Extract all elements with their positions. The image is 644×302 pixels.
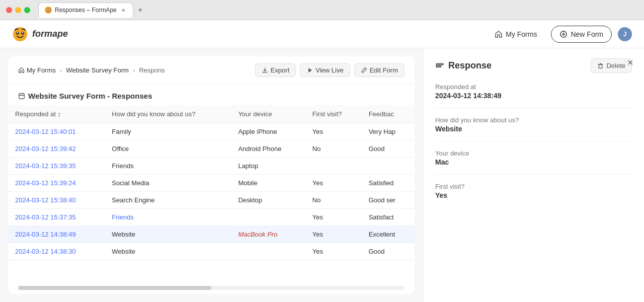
device-cell	[231, 243, 305, 260]
breadcrumb-sep-2: ›	[133, 66, 135, 74]
table-row[interactable]: 2024-03-12 15:39:42OfficeAndroid PhoneNo…	[8, 140, 415, 158]
tab-bar: 🐒 Responses – FormApe ✕ +	[38, 3, 638, 18]
divider-1	[435, 108, 632, 108]
device-cell: Android Phone	[231, 140, 305, 158]
table-row[interactable]: 2024-03-12 15:39:24Social MediaMobileYes…	[8, 175, 415, 192]
date-cell-link[interactable]: 2024-03-12 15:38:40	[15, 196, 76, 204]
date-cell-link[interactable]: 2024-03-12 15:40:01	[15, 128, 76, 135]
header: formape My Forms New Form J	[0, 20, 644, 48]
view-live-button[interactable]: View Live	[300, 63, 350, 77]
table-row[interactable]: 2024-03-12 14:38:30WebsiteYesGood	[8, 243, 415, 260]
left-panel: My Forms › Website Survey Form › Respons	[0, 48, 423, 302]
scrollbar-thumb[interactable]	[18, 286, 211, 290]
col-source: How did you know about us?	[105, 105, 231, 123]
new-tab-button[interactable]: +	[135, 5, 145, 15]
logo-icon	[12, 26, 28, 42]
app: formape My Forms New Form J	[0, 20, 644, 302]
col-device: Your device	[231, 105, 305, 123]
breadcrumb-sep-1: ›	[60, 66, 62, 74]
close-panel-button[interactable]: ✕	[624, 56, 636, 68]
first-visit-cell: Yes	[305, 226, 362, 243]
first-visit-cell	[305, 158, 362, 175]
svg-rect-12	[599, 64, 603, 68]
horizontal-scrollbar[interactable]	[18, 286, 405, 290]
header-actions: My Forms New Form J	[487, 26, 632, 43]
minimize-window-button[interactable]	[15, 7, 21, 13]
how-field: How did you know about us? Website	[435, 116, 632, 133]
tab-close-button[interactable]: ✕	[120, 7, 127, 14]
svg-rect-8	[19, 93, 25, 99]
table-row[interactable]: 2024-03-12 15:40:01FamilyApple iPhoneYes…	[8, 123, 415, 140]
breadcrumb-bar: My Forms › Website Survey Form › Respons	[8, 56, 415, 85]
svg-point-3	[17, 32, 18, 33]
content-card: My Forms › Website Survey Form › Respons	[8, 56, 415, 294]
table-row[interactable]: 2024-03-12 15:39:35FriendsLaptop	[8, 158, 415, 175]
svg-rect-10	[436, 63, 443, 64]
date-cell-link[interactable]: 2024-03-12 15:37:35	[15, 213, 76, 221]
device-cell: Desktop	[231, 192, 305, 209]
first-visit-cell: Yes	[305, 243, 362, 260]
how-label: How did you know about us?	[435, 116, 632, 124]
table-row[interactable]: 2024-03-12 15:38:40Search EngineDesktopN…	[8, 192, 415, 209]
main-content: My Forms › Website Survey Form › Respons	[0, 48, 644, 302]
view-live-icon	[306, 67, 313, 73]
new-form-button[interactable]: New Form	[551, 26, 612, 43]
breadcrumb-actions: Export View Live Edit Form	[255, 63, 405, 77]
device-cell: Mobile	[231, 175, 305, 192]
device-cell: MacBook Pro	[231, 226, 305, 243]
response-panel-header: Response Delete	[435, 58, 632, 73]
responded-at-label: Responded at	[435, 83, 632, 91]
date-cell-link[interactable]: 2024-03-12 15:39:35	[15, 162, 76, 170]
source-cell: Website	[105, 226, 231, 243]
first-visit-cell: Yes	[305, 209, 362, 226]
feedback-cell: Excellent	[362, 226, 415, 243]
date-cell-link[interactable]: 2024-03-12 14:38:49	[15, 231, 76, 238]
device-label: Your device	[435, 149, 632, 157]
plus-circle-icon	[559, 30, 568, 38]
table-row[interactable]: 2024-03-12 15:37:35FriendsYesSatisfact	[8, 209, 415, 226]
first-visit-label: First visit?	[435, 183, 632, 190]
date-cell-link[interactable]: 2024-03-12 15:39:24	[15, 179, 76, 187]
source-cell: Friends	[105, 158, 231, 175]
feedback-cell: Satisfact	[362, 209, 415, 226]
breadcrumb-home-link[interactable]: My Forms	[18, 66, 56, 74]
source-cell: Search Engine	[105, 192, 231, 209]
breadcrumb-form-link[interactable]: Website Survey Form	[66, 66, 129, 74]
first-visit-cell: Yes	[305, 175, 362, 192]
tab-favicon: 🐒	[45, 7, 52, 14]
source-cell: Friends	[105, 209, 231, 226]
responded-at-value: 2024-03-12 14:38:49	[435, 92, 632, 100]
source-cell: Social Media	[105, 175, 231, 192]
date-cell-link[interactable]: 2024-03-12 15:39:42	[15, 145, 76, 153]
avatar[interactable]: J	[618, 27, 632, 41]
logo-text: formape	[32, 29, 68, 39]
close-window-button[interactable]	[6, 7, 12, 13]
export-button[interactable]: Export	[255, 63, 296, 77]
first-visit-field: First visit? Yes	[435, 183, 632, 199]
feedback-cell: Very Hap	[362, 123, 415, 140]
response-panel-title: Response	[435, 60, 492, 71]
date-cell-link[interactable]: 2024-03-12 14:38:30	[15, 248, 76, 255]
maximize-window-button[interactable]	[24, 7, 30, 13]
device-value: Mac	[435, 158, 632, 166]
first-visit-value: Yes	[435, 191, 632, 199]
divider-3	[435, 174, 632, 175]
device-cell: Laptop	[231, 158, 305, 175]
export-icon	[262, 67, 268, 73]
table-row[interactable]: 2024-03-12 14:38:49WebsiteMacBook ProYes…	[8, 226, 415, 243]
responses-table-container[interactable]: Responded at ↕ How did you know about us…	[8, 105, 415, 282]
edit-form-button[interactable]: Edit Form	[354, 63, 405, 77]
device-field: Your device Mac	[435, 149, 632, 166]
logo[interactable]: formape	[12, 26, 68, 42]
source-cell: Family	[105, 123, 231, 140]
table-header-row: Responded at ↕ How did you know about us…	[8, 105, 415, 123]
feedback-cell: Good	[362, 140, 415, 158]
browser-tab[interactable]: 🐒 Responses – FormApe ✕	[38, 3, 133, 18]
my-forms-button[interactable]: My Forms	[487, 26, 545, 42]
table-title: Website Survey Form - Responses	[8, 85, 415, 105]
feedback-cell: Good ser	[362, 192, 415, 209]
feedback-cell: Satisfied	[362, 175, 415, 192]
first-visit-cell: No	[305, 140, 362, 158]
device-cell: Apple iPhone	[231, 123, 305, 140]
breadcrumb-current: Respons	[139, 66, 165, 74]
